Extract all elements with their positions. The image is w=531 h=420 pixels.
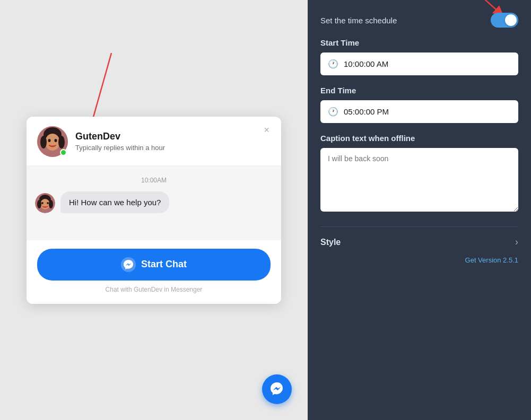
message-timestamp: 10:00AM [35,177,273,184]
start-time-input[interactable]: 🕐 10:00:00 AM [320,52,518,75]
svg-point-13 [37,200,41,208]
left-panel: GutenDev Typically replies within a hour… [0,0,308,420]
svg-line-16 [476,0,500,13]
svg-point-10 [40,199,50,209]
messenger-icon [121,257,136,272]
bottom-version-link[interactable]: Get Version 2.5.1 [320,256,518,264]
caption-textarea[interactable] [320,148,518,212]
caption-label: Caption text when offline [320,134,518,143]
svg-point-3 [45,134,60,151]
chevron-right-icon: › [515,237,518,248]
agent-name: GutenDev [75,131,271,142]
message-row: Hi! How can we help you? [35,191,273,213]
style-row[interactable]: Style › [320,226,518,248]
svg-point-5 [55,139,57,142]
message-bubble: Hi! How can we help you? [60,191,169,213]
schedule-setting-row: Set the time schedule [320,13,518,28]
header-info: GutenDev Typically replies within a hour [75,131,271,152]
right-panel: Set the time schedule Start Time 🕐 10:00… [308,0,531,420]
chat-footer: Start Chat Chat with GutenDev in Messeng… [27,240,281,304]
start-time-label: Start Time [320,38,518,47]
start-chat-button[interactable]: Start Chat [37,249,271,281]
start-chat-label: Start Chat [141,259,187,270]
end-time-input[interactable]: 🕐 05:00:00 PM [320,100,518,123]
svg-point-4 [48,139,51,142]
online-status-dot [60,149,67,156]
svg-point-7 [58,136,65,148]
chat-body: 10:00AM Hi! How can we help you? [27,166,281,240]
style-label: Style [320,238,341,247]
svg-point-12 [47,202,49,204]
end-time-label: End Time [320,86,518,95]
floating-messenger-button[interactable] [262,374,292,404]
svg-point-6 [40,136,47,148]
svg-point-15 [121,257,136,272]
close-button[interactable]: × [260,124,273,136]
svg-point-11 [41,202,43,204]
agent-status: Typically replies within a hour [75,144,271,152]
message-avatar [35,193,55,213]
avatar-container [37,126,68,157]
schedule-label: Set the time schedule [320,16,397,25]
start-time-clock-icon: 🕐 [328,59,338,69]
svg-point-14 [49,200,53,208]
chat-widget: GutenDev Typically replies within a hour… [27,117,281,304]
end-time-clock-icon: 🕐 [328,107,338,117]
toggle-container [491,13,518,28]
chat-widget-header: GutenDev Typically replies within a hour… [27,117,281,166]
toggle-knob [505,14,517,26]
end-time-value: 05:00:00 PM [344,107,389,116]
chat-tagline: Chat with GutenDev in Messenger [106,286,203,293]
start-time-value: 10:00:00 AM [344,59,388,68]
schedule-toggle[interactable] [491,13,518,28]
floating-messenger-icon [269,381,285,397]
